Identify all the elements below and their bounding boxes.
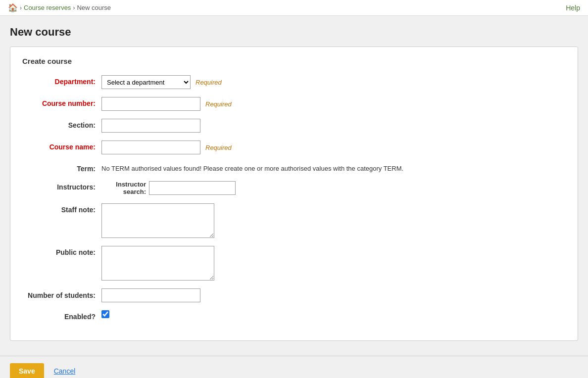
department-select[interactable]: Select a department bbox=[101, 75, 191, 89]
instructors-block: Instructor search: bbox=[101, 181, 236, 195]
enabled-control bbox=[101, 310, 109, 318]
course-name-label: Course name: bbox=[22, 141, 101, 151]
staff-note-textarea[interactable] bbox=[101, 203, 214, 238]
instructors-row: Instructors: Instructor search: bbox=[22, 181, 566, 195]
course-name-row: Course name: Required bbox=[22, 141, 566, 154]
term-label: Term: bbox=[22, 162, 101, 173]
number-students-row: Number of students: bbox=[22, 288, 566, 302]
staff-note-label: Staff note: bbox=[22, 203, 101, 214]
department-label: Department: bbox=[22, 75, 101, 86]
section-label: Section: bbox=[22, 119, 101, 129]
course-number-label: Course number: bbox=[22, 97, 101, 107]
course-name-input[interactable] bbox=[101, 141, 200, 154]
course-number-input[interactable] bbox=[101, 97, 200, 111]
enabled-row: Enabled? bbox=[22, 310, 566, 321]
term-row: Term: No TERM authorised values found! P… bbox=[22, 162, 566, 173]
breadcrumb: 🏠 › Course reserves › New course bbox=[8, 3, 111, 12]
section-input[interactable] bbox=[101, 119, 200, 133]
form-card-title: Create course bbox=[22, 57, 566, 65]
number-students-label: Number of students: bbox=[22, 291, 101, 299]
public-note-row: Public note: bbox=[22, 246, 566, 281]
cancel-button[interactable]: Cancel bbox=[54, 367, 76, 375]
term-message: No TERM authorised values found! Please … bbox=[101, 162, 403, 172]
public-note-control bbox=[101, 246, 214, 281]
course-number-row: Course number: Required bbox=[22, 97, 566, 111]
number-students-control bbox=[101, 288, 200, 302]
page-title: New course bbox=[10, 26, 578, 39]
course-number-control: Required bbox=[101, 97, 232, 111]
public-note-label: Public note: bbox=[22, 246, 101, 256]
breadcrumb-course-reserves[interactable]: Course reserves bbox=[24, 4, 71, 11]
help-link[interactable]: Help bbox=[566, 4, 580, 12]
enabled-checkbox[interactable] bbox=[101, 310, 109, 318]
department-row: Department: Select a department Required bbox=[22, 75, 566, 89]
breadcrumb-separator-1: › bbox=[20, 4, 22, 11]
instructor-search-label: Instructor search: bbox=[101, 181, 146, 195]
save-button[interactable]: Save bbox=[10, 363, 44, 378]
instructor-search-row: Instructor search: bbox=[101, 181, 236, 195]
term-control: No TERM authorised values found! Please … bbox=[101, 162, 403, 172]
page-title-section: New course bbox=[0, 16, 588, 47]
breadcrumb-current: New course bbox=[77, 4, 111, 11]
instructors-label: Instructors: bbox=[22, 181, 101, 191]
breadcrumb-bar: 🏠 › Course reserves › New course Help bbox=[0, 0, 588, 16]
main-content: Create course Department: Select a depar… bbox=[0, 47, 588, 351]
department-control: Select a department Required bbox=[101, 75, 222, 89]
instructor-search-input[interactable] bbox=[149, 181, 236, 195]
home-icon[interactable]: 🏠 bbox=[8, 3, 18, 12]
form-card: Create course Department: Select a depar… bbox=[10, 47, 578, 341]
footer-bar: Save Cancel bbox=[0, 356, 588, 378]
section-row: Section: bbox=[22, 119, 566, 133]
course-name-control: Required bbox=[101, 141, 232, 154]
breadcrumb-separator-2: › bbox=[73, 4, 75, 11]
number-students-input[interactable] bbox=[101, 288, 200, 302]
enabled-label: Enabled? bbox=[22, 310, 101, 321]
staff-note-control bbox=[101, 203, 214, 238]
staff-note-row: Staff note: bbox=[22, 203, 566, 238]
course-number-required: Required bbox=[205, 100, 232, 108]
department-required: Required bbox=[196, 79, 222, 86]
course-name-required: Required bbox=[205, 144, 232, 151]
public-note-textarea[interactable] bbox=[101, 246, 214, 281]
section-control bbox=[101, 119, 200, 133]
